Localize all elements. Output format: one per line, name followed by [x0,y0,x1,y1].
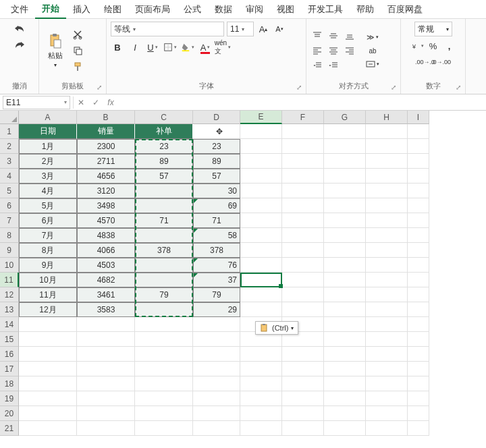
cell-H21[interactable] [366,421,408,436]
copy-button[interactable] [70,43,85,58]
phonetic-button[interactable]: wén文 [216,40,230,54]
cell-F21[interactable] [282,421,324,436]
cell-G13[interactable] [324,302,366,317]
cell-I13[interactable] [408,302,429,317]
col-header-D[interactable]: D [193,111,240,124]
comma-button[interactable]: , [443,39,456,53]
cell-C15[interactable] [135,332,193,347]
cell-F10[interactable] [282,258,324,273]
cell-B1[interactable]: 销量 [77,124,135,139]
cell-A15[interactable] [19,332,77,347]
cancel-formula-button[interactable]: ✕ [74,95,88,110]
cell-A14[interactable] [19,317,77,332]
cell-E2[interactable] [240,139,282,154]
row-header-15[interactable]: 15 [0,332,19,347]
cell-H19[interactable] [366,391,408,406]
row-header-9[interactable]: 9 [0,243,19,258]
cell-D15[interactable] [193,332,240,347]
cell-E16[interactable] [240,347,282,362]
cell-F4[interactable] [282,169,324,184]
italic-button[interactable]: I [128,40,142,54]
fx-button[interactable]: fx [103,95,118,110]
row-header-7[interactable]: 7 [0,213,19,228]
cell-H20[interactable] [366,406,408,421]
cell-F1[interactable] [282,124,324,139]
cell-C17[interactable] [135,362,193,376]
fill-color-button[interactable] [181,40,194,54]
row-header-12[interactable]: 12 [0,287,19,302]
cell-F17[interactable] [282,362,324,376]
row-header-3[interactable]: 3 [0,154,19,169]
row-header-2[interactable]: 2 [0,139,19,154]
cell-D10[interactable]: 76 [193,258,240,273]
cell-D17[interactable] [193,362,240,376]
cell-I14[interactable] [408,317,429,332]
cell-E7[interactable] [240,213,282,228]
cell-C19[interactable] [135,391,193,406]
row-header-19[interactable]: 19 [0,391,19,406]
cell-E3[interactable] [240,154,282,169]
select-all-corner[interactable] [0,111,19,124]
cell-A1[interactable]: 日期 [19,124,77,139]
cell-B10[interactable]: 4503 [77,258,135,273]
cell-D8[interactable]: 58 [193,228,240,243]
tab-formulas[interactable]: 公式 [177,1,208,18]
cell-G16[interactable] [324,347,366,362]
cell-B11[interactable]: 4682 [77,273,135,287]
font-name-select[interactable]: 等线▾ [111,22,224,36]
number-format-select[interactable]: 常规▾ [414,22,452,36]
align-launcher-icon[interactable]: ⤢ [391,84,396,91]
decrease-decimal-button[interactable]: .0→.00 [435,55,448,69]
cell-E5[interactable] [240,184,282,198]
cell-G19[interactable] [324,391,366,406]
cell-G14[interactable] [324,317,366,332]
row-header-6[interactable]: 6 [0,198,19,213]
cell-G7[interactable] [324,213,366,228]
cell-A6[interactable]: 5月 [19,198,77,213]
cell-A20[interactable] [19,406,77,421]
cell-D19[interactable] [193,391,240,406]
cell-F18[interactable] [282,376,324,391]
tab-home[interactable]: 开始 [35,0,66,19]
cell-I8[interactable] [408,228,429,243]
cell-B15[interactable] [77,332,135,347]
cell-I3[interactable] [408,154,429,169]
cell-E1[interactable] [240,124,282,139]
cell-G5[interactable] [324,184,366,198]
cell-C3[interactable]: 89 [135,154,193,169]
align-middle-button[interactable] [327,30,340,42]
tab-insert[interactable]: 插入 [66,1,97,18]
cell-G10[interactable] [324,258,366,273]
cell-B17[interactable] [77,362,135,376]
cell-F8[interactable] [282,228,324,243]
tab-view[interactable]: 视图 [270,1,301,18]
cell-H7[interactable] [366,213,408,228]
cell-A21[interactable] [19,421,77,436]
cell-E6[interactable] [240,198,282,213]
cell-A8[interactable]: 7月 [19,228,77,243]
cell-A9[interactable]: 8月 [19,243,77,258]
clipboard-launcher-icon[interactable]: ⤢ [97,84,102,91]
cell-G17[interactable] [324,362,366,376]
align-right-button[interactable] [343,45,356,57]
cell-B8[interactable]: 4838 [77,228,135,243]
font-size-select[interactable]: 11▾ [227,22,254,36]
cell-B13[interactable]: 3583 [77,302,135,317]
cell-H10[interactable] [366,258,408,273]
decrease-indent-button[interactable] [310,59,324,72]
align-left-button[interactable] [310,45,324,57]
tab-data[interactable]: 数据 [208,1,239,18]
cell-C5[interactable] [135,184,193,198]
cell-C4[interactable]: 57 [135,169,193,184]
cell-H9[interactable] [366,243,408,258]
cell-I19[interactable] [408,391,429,406]
cell-H13[interactable] [366,302,408,317]
cell-A5[interactable]: 4月 [19,184,77,198]
cell-F19[interactable] [282,391,324,406]
number-launcher-icon[interactable]: ⤢ [456,84,461,91]
cell-H16[interactable] [366,347,408,362]
row-header-13[interactable]: 13 [0,302,19,317]
enter-formula-button[interactable]: ✓ [88,95,103,110]
row-header-1[interactable]: 1 [0,124,19,139]
cell-I16[interactable] [408,347,429,362]
